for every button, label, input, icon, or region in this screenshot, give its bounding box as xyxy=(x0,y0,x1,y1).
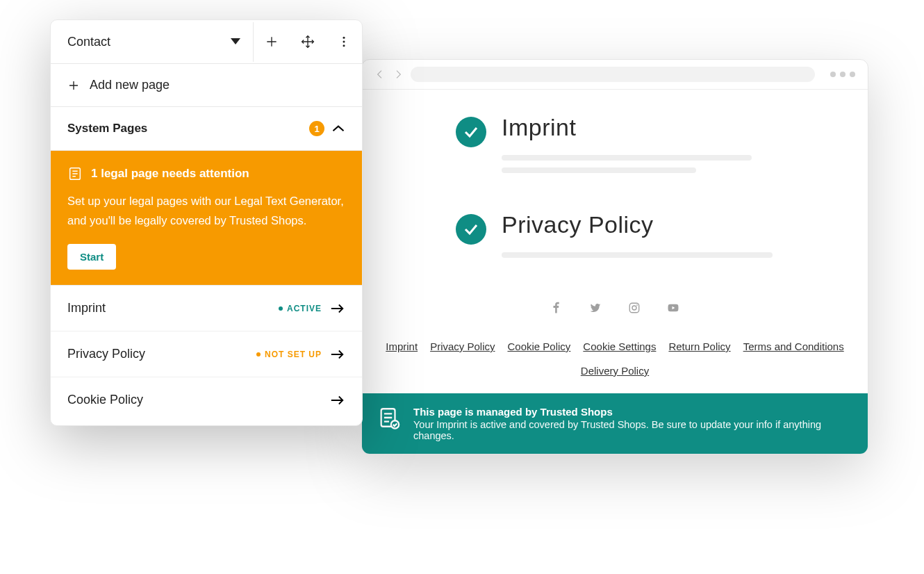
system-page-row[interactable]: ImprintACTIVE xyxy=(51,286,362,331)
check-icon xyxy=(456,214,486,245)
window-dot xyxy=(830,72,836,77)
svg-point-12 xyxy=(343,41,345,43)
start-button[interactable]: Start xyxy=(67,244,116,270)
move-icon xyxy=(301,35,315,49)
browser-preview-window: Imprint Privacy Policy Imprint xyxy=(361,59,868,454)
youtube-icon[interactable] xyxy=(667,302,679,314)
trusted-shops-bar: This page is managed by Trusted Shops Yo… xyxy=(362,393,868,454)
facebook-icon[interactable] xyxy=(550,302,563,314)
svg-point-1 xyxy=(632,306,636,310)
svg-point-2 xyxy=(636,304,638,306)
svg-point-11 xyxy=(343,37,345,39)
footer-link[interactable]: Terms and Conditions xyxy=(743,341,844,352)
text-placeholder-bar xyxy=(502,167,696,173)
browser-back-icon[interactable] xyxy=(374,69,386,80)
clipboard-check-icon xyxy=(377,406,401,429)
footer-link[interactable]: Return Policy xyxy=(668,341,730,352)
arrow-right-icon xyxy=(330,395,345,406)
social-row xyxy=(362,296,868,334)
preview-item-privacy: Privacy Policy xyxy=(456,211,826,265)
system-page-name: Imprint xyxy=(67,301,106,315)
system-page-row[interactable]: Cookie Policy xyxy=(51,377,362,425)
preview-body: Imprint Privacy Policy xyxy=(362,90,868,265)
url-bar[interactable] xyxy=(411,67,815,82)
window-dot xyxy=(850,72,855,77)
footer-link[interactable]: Imprint xyxy=(386,341,418,352)
sidebar-panel: Contact Add new page System Pages 1 1 le… xyxy=(50,19,363,426)
window-dot xyxy=(840,72,845,77)
page-selector[interactable]: Contact xyxy=(51,22,254,62)
preview-item-imprint: Imprint xyxy=(456,114,826,180)
trusted-title: This page is managed by Trusted Shops xyxy=(413,406,852,418)
twitter-icon[interactable] xyxy=(589,302,602,314)
more-button[interactable] xyxy=(326,20,362,63)
more-vertical-icon xyxy=(337,35,351,49)
system-page-name: Cookie Policy xyxy=(67,393,143,407)
status-badge: NOT SET UP xyxy=(256,350,322,359)
attention-badge: 1 xyxy=(309,121,324,136)
page-selector-label: Contact xyxy=(67,35,110,49)
instagram-icon[interactable] xyxy=(628,302,641,314)
svg-marker-8 xyxy=(231,38,240,44)
preview-title: Imprint xyxy=(502,114,752,141)
footer-link[interactable]: Privacy Policy xyxy=(430,341,495,352)
status-badge: ACTIVE xyxy=(279,304,322,313)
move-button[interactable] xyxy=(290,20,326,63)
footer-link[interactable]: Cookie Settings xyxy=(583,341,656,352)
svg-point-13 xyxy=(343,44,345,47)
trusted-desc: Your Imprint is active and covered by Tr… xyxy=(413,419,852,441)
system-pages-header[interactable]: System Pages 1 xyxy=(51,107,362,151)
attention-panel: 1 legal page needs attention Set up your… xyxy=(51,151,362,286)
browser-toolbar xyxy=(362,60,868,90)
document-icon xyxy=(67,166,83,181)
caret-down-icon xyxy=(231,38,240,45)
text-placeholder-bar xyxy=(502,252,773,258)
system-pages-label: System Pages xyxy=(67,122,147,136)
plus-icon xyxy=(67,79,80,92)
attention-title: 1 legal page needs attention xyxy=(91,167,249,181)
attention-text: Set up your legal pages with our Legal T… xyxy=(67,191,345,230)
arrow-right-icon xyxy=(330,303,345,314)
add-new-page-label: Add new page xyxy=(90,78,170,92)
add-new-page-row[interactable]: Add new page xyxy=(51,64,362,107)
window-dots xyxy=(830,72,855,77)
chevron-up-icon xyxy=(331,124,345,133)
browser-forward-icon[interactable] xyxy=(393,69,404,80)
check-icon xyxy=(456,117,486,147)
system-page-name: Privacy Policy xyxy=(67,347,145,361)
system-page-row[interactable]: Privacy PolicyNOT SET UP xyxy=(51,331,362,377)
arrow-right-icon xyxy=(330,349,345,360)
sidebar-header: Contact xyxy=(51,20,362,64)
footer-link[interactable]: Delivery Policy xyxy=(581,365,649,377)
plus-icon xyxy=(265,35,279,49)
text-placeholder-bar xyxy=(502,155,752,161)
footer-links: ImprintPrivacy PolicyCookie PolicyCookie… xyxy=(362,334,868,393)
svg-rect-0 xyxy=(629,303,639,313)
footer-link[interactable]: Cookie Policy xyxy=(507,341,570,352)
add-button[interactable] xyxy=(254,20,290,63)
preview-title: Privacy Policy xyxy=(502,211,773,238)
